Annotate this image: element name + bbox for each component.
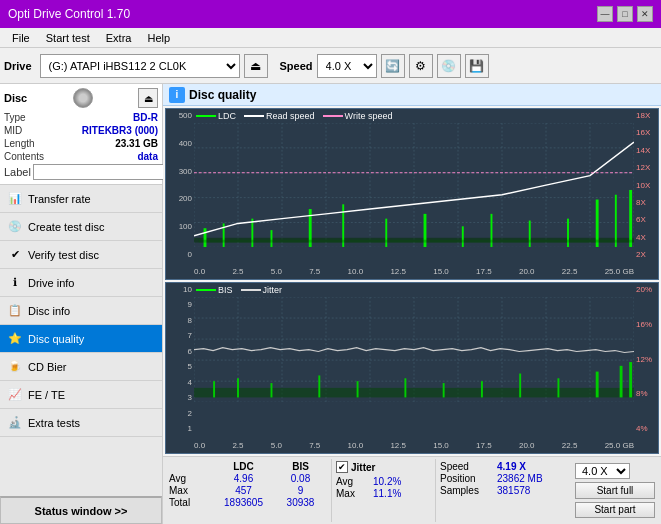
minimize-button[interactable]: —	[597, 6, 613, 22]
verify-test-disc-label: Verify test disc	[28, 249, 99, 261]
svg-rect-59	[481, 381, 483, 397]
chart2-x-axis: 0.0 2.5 5.0 7.5 10.0 12.5 15.0 17.5 20.0…	[194, 437, 634, 453]
menu-starttest[interactable]: Start test	[38, 31, 98, 45]
transfer-rate-icon: 📊	[8, 192, 22, 206]
sidebar-item-create-test-disc[interactable]: 💿 Create test disc	[0, 213, 162, 241]
status-window-button[interactable]: Status window >>	[0, 496, 162, 524]
menu-help[interactable]: Help	[139, 31, 178, 45]
sidebar-item-verify-test-disc[interactable]: ✔ Verify test disc	[0, 241, 162, 269]
legend-ldc-label: LDC	[218, 111, 236, 121]
mid-value: RITEKBR3 (000)	[82, 125, 158, 136]
disc-length-row: Length 23.31 GB	[4, 138, 158, 149]
svg-rect-52	[213, 381, 215, 397]
fe-te-icon: 📈	[8, 388, 22, 402]
disc-button[interactable]: 💿	[437, 54, 461, 78]
legend-jitter-label: Jitter	[263, 285, 283, 295]
jitter-max-label: Max	[336, 488, 371, 499]
readspeed-color	[244, 115, 264, 117]
transfer-rate-label: Transfer rate	[28, 193, 91, 205]
content-area: i Disc quality LDC Read speed	[163, 84, 661, 524]
chart1-y-right: 18X 16X 14X 12X 10X 8X 6X 4X 2X	[634, 109, 658, 261]
chart2-legend: BIS Jitter	[196, 285, 282, 295]
disc-quality-label: Disc quality	[28, 333, 84, 345]
svg-rect-24	[385, 219, 387, 248]
jitter-avg-label: Avg	[336, 476, 371, 487]
jitter-grid: Avg 10.2% Max 11.1%	[336, 476, 427, 499]
label-input[interactable]	[33, 164, 166, 180]
svg-rect-18	[204, 228, 207, 247]
drive-select[interactable]: (G:) ATAPI iHBS112 2 CL0K	[40, 54, 240, 78]
disc-quality-header: i Disc quality	[163, 84, 661, 106]
refresh-button[interactable]: 🔄	[381, 54, 405, 78]
svg-rect-21	[271, 230, 273, 247]
maximize-button[interactable]: □	[617, 6, 633, 22]
avg-label: Avg	[169, 473, 214, 484]
svg-rect-26	[462, 226, 464, 247]
charts-area: LDC Read speed Write speed 500 400 300	[163, 106, 661, 456]
svg-rect-55	[318, 375, 320, 397]
start-part-button[interactable]: Start part	[575, 502, 655, 518]
sidebar-item-disc-info[interactable]: 📋 Disc info	[0, 297, 162, 325]
speed-select-toolbar[interactable]: 4.0 X	[317, 54, 377, 78]
legend-jitter: Jitter	[241, 285, 283, 295]
disc-label-row: Label …	[4, 164, 158, 180]
main-area: Disc ⏏ Type BD-R MID RITEKBR3 (000) Leng…	[0, 84, 661, 524]
sidebar-item-disc-quality[interactable]: ⭐ Disc quality	[0, 325, 162, 353]
samples-value: 381578	[497, 485, 567, 496]
sidebar-item-drive-info[interactable]: ℹ Drive info	[0, 269, 162, 297]
disc-eject-btn[interactable]: ⏏	[138, 88, 158, 108]
menubar: File Start test Extra Help	[0, 28, 661, 48]
svg-rect-32	[629, 190, 632, 247]
sidebar-item-cd-bier[interactable]: 🍺 CD Bier	[0, 353, 162, 381]
svg-rect-64	[629, 362, 632, 397]
speed-dropdown-stat[interactable]: 4.0 X	[575, 463, 630, 479]
legend-readspeed-label: Read speed	[266, 111, 315, 121]
extra-tests-label: Extra tests	[28, 417, 80, 429]
menu-extra[interactable]: Extra	[98, 31, 140, 45]
jitter-checkbox[interactable]: ✔	[336, 461, 348, 473]
create-test-disc-icon: 💿	[8, 220, 22, 234]
sidebar-item-fe-te[interactable]: 📈 FE / TE	[0, 381, 162, 409]
settings-button[interactable]: ⚙	[409, 54, 433, 78]
avg-bis: 0.08	[273, 473, 328, 484]
speed-value-stat: 4.19 X	[497, 461, 567, 472]
svg-rect-28	[529, 221, 531, 248]
legend-readspeed: Read speed	[244, 111, 315, 121]
max-ldc: 457	[216, 485, 271, 496]
disc-quality-icon: ⭐	[8, 332, 22, 346]
position-value: 23862 MB	[497, 473, 567, 484]
length-label: Length	[4, 138, 35, 149]
stats-row: LDC BIS Avg 4.96 0.08 Max 457 9 Total 18…	[163, 456, 661, 524]
svg-rect-29	[567, 219, 569, 248]
disc-mid-row: MID RITEKBR3 (000)	[4, 125, 158, 136]
speed-position-section: Speed 4.19 X Position 23862 MB Samples 3…	[435, 459, 567, 522]
legend-writespeed: Write speed	[323, 111, 393, 121]
jitter-max-val: 11.1%	[373, 488, 423, 499]
jitter-header-row: ✔ Jitter	[336, 461, 427, 473]
disc-contents-row: Contents data	[4, 151, 158, 162]
svg-rect-51	[194, 388, 634, 398]
svg-rect-20	[251, 219, 253, 248]
ldc-bis-table: LDC BIS Avg 4.96 0.08 Max 457 9 Total 18…	[165, 459, 327, 522]
menu-file[interactable]: File	[4, 31, 38, 45]
close-button[interactable]: ✕	[637, 6, 653, 22]
titlebar: Opti Drive Control 1.70 — □ ✕	[0, 0, 661, 28]
toolbar: Drive (G:) ATAPI iHBS112 2 CL0K ⏏ Speed …	[0, 48, 661, 84]
bis-header: BIS	[273, 461, 328, 472]
eject-button[interactable]: ⏏	[244, 54, 268, 78]
disc-panel: Disc ⏏ Type BD-R MID RITEKBR3 (000) Leng…	[0, 84, 162, 185]
max-bis: 9	[273, 485, 328, 496]
save-button[interactable]: 💾	[465, 54, 489, 78]
cd-bier-icon: 🍺	[8, 360, 22, 374]
svg-rect-56	[357, 381, 359, 397]
chart1-y-left: 500 400 300 200 100 0	[166, 109, 194, 261]
total-ldc: 1893605	[216, 497, 271, 508]
extra-tests-icon: 🔬	[8, 416, 22, 430]
sidebar-item-extra-tests[interactable]: 🔬 Extra tests	[0, 409, 162, 437]
cd-bier-label: CD Bier	[28, 361, 67, 373]
chart2-svg	[194, 297, 634, 402]
svg-rect-31	[615, 195, 617, 248]
speed-grid: Speed 4.19 X Position 23862 MB Samples 3…	[440, 461, 563, 496]
start-full-button[interactable]: Start full	[575, 482, 655, 498]
sidebar-item-transfer-rate[interactable]: 📊 Transfer rate	[0, 185, 162, 213]
